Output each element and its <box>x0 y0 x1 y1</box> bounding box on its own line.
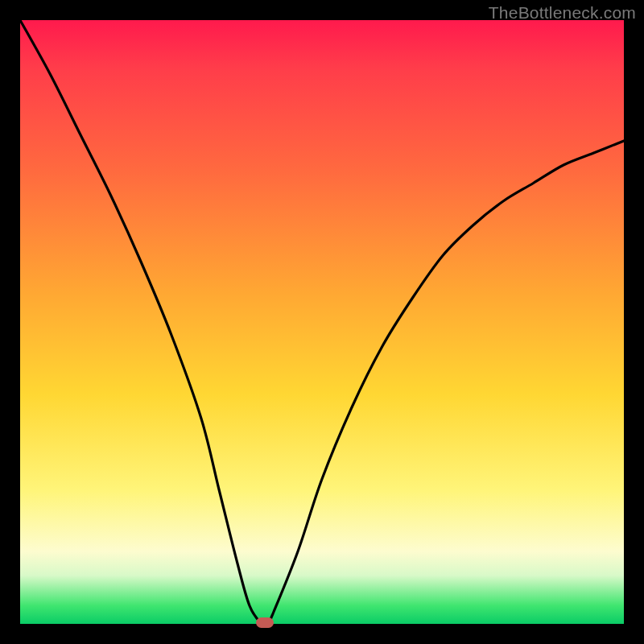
chart-frame: TheBottleneck.com <box>0 0 644 644</box>
plot-area <box>20 20 624 624</box>
optimal-point-marker <box>256 617 274 628</box>
bottleneck-curve <box>20 20 624 624</box>
